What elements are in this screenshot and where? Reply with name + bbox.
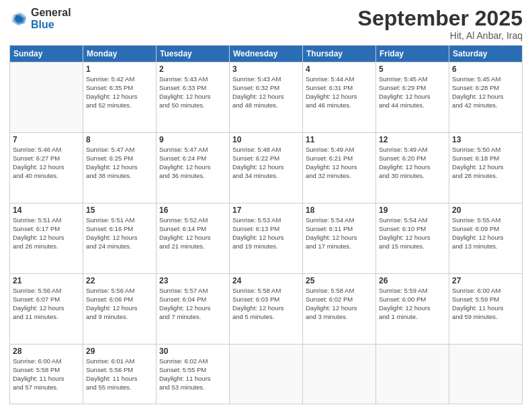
title-block: September 2025 Hit, Al Anbar, Iraq <box>358 7 523 41</box>
calendar-cell: 26Sunrise: 5:59 AM Sunset: 6:00 PM Dayli… <box>376 274 449 345</box>
day-number: 21 <box>13 276 80 285</box>
day-info: Sunrise: 5:50 AM Sunset: 6:18 PM Dayligh… <box>452 146 519 180</box>
calendar-cell: 22Sunrise: 5:56 AM Sunset: 6:06 PM Dayli… <box>83 274 157 345</box>
calendar-cell: 24Sunrise: 5:58 AM Sunset: 6:03 PM Dayli… <box>230 274 303 345</box>
day-number: 10 <box>232 135 300 144</box>
day-info: Sunrise: 5:57 AM Sunset: 6:04 PM Dayligh… <box>159 287 226 321</box>
logo-icon <box>9 9 28 28</box>
day-number: 29 <box>86 347 153 356</box>
day-number: 23 <box>159 276 226 285</box>
day-header-sunday: Sunday <box>10 46 83 62</box>
calendar-cell: 18Sunrise: 5:54 AM Sunset: 6:11 PM Dayli… <box>303 203 376 274</box>
day-number: 26 <box>379 276 446 285</box>
day-info: Sunrise: 5:47 AM Sunset: 6:24 PM Dayligh… <box>159 146 226 180</box>
calendar-cell: 15Sunrise: 5:51 AM Sunset: 6:16 PM Dayli… <box>83 203 157 274</box>
day-number: 30 <box>159 347 226 356</box>
calendar-cell: 7Sunrise: 5:46 AM Sunset: 6:27 PM Daylig… <box>10 133 83 203</box>
day-number: 15 <box>86 205 153 215</box>
calendar-header-row: SundayMondayTuesdayWednesdayThursdayFrid… <box>10 46 523 62</box>
day-info: Sunrise: 5:58 AM Sunset: 6:02 PM Dayligh… <box>306 287 373 321</box>
day-info: Sunrise: 6:00 AM Sunset: 5:58 PM Dayligh… <box>13 357 80 392</box>
calendar-cell: 25Sunrise: 5:58 AM Sunset: 6:02 PM Dayli… <box>303 274 376 345</box>
day-number: 17 <box>232 205 300 215</box>
day-info: Sunrise: 6:01 AM Sunset: 5:56 PM Dayligh… <box>86 357 153 392</box>
calendar-cell: 1Sunrise: 5:42 AM Sunset: 6:35 PM Daylig… <box>83 62 157 133</box>
day-number: 12 <box>379 135 446 144</box>
calendar-cell: 13Sunrise: 5:50 AM Sunset: 6:18 PM Dayli… <box>449 133 523 203</box>
calendar-cell <box>10 62 83 133</box>
day-number: 9 <box>159 135 226 144</box>
day-info: Sunrise: 5:54 AM Sunset: 6:10 PM Dayligh… <box>379 216 446 250</box>
day-header-friday: Friday <box>376 46 449 62</box>
calendar-week-4: 21Sunrise: 5:56 AM Sunset: 6:07 PM Dayli… <box>10 274 523 345</box>
day-number: 7 <box>13 135 80 144</box>
logo-general: General <box>31 7 71 19</box>
calendar-cell: 29Sunrise: 6:01 AM Sunset: 5:56 PM Dayli… <box>83 345 157 404</box>
calendar-cell: 11Sunrise: 5:49 AM Sunset: 6:21 PM Dayli… <box>303 133 376 203</box>
calendar-cell: 21Sunrise: 5:56 AM Sunset: 6:07 PM Dayli… <box>10 274 83 345</box>
day-info: Sunrise: 5:59 AM Sunset: 6:00 PM Dayligh… <box>379 287 446 321</box>
calendar-cell <box>449 345 523 404</box>
day-info: Sunrise: 5:45 AM Sunset: 6:29 PM Dayligh… <box>379 75 446 109</box>
day-number: 1 <box>86 64 153 74</box>
day-info: Sunrise: 5:54 AM Sunset: 6:11 PM Dayligh… <box>306 216 373 250</box>
day-info: Sunrise: 5:49 AM Sunset: 6:20 PM Dayligh… <box>379 146 446 180</box>
day-number: 19 <box>379 205 446 215</box>
logo-blue: Blue <box>31 19 71 31</box>
day-info: Sunrise: 5:56 AM Sunset: 6:07 PM Dayligh… <box>13 287 80 321</box>
calendar-cell: 27Sunrise: 6:00 AM Sunset: 5:59 PM Dayli… <box>449 274 523 345</box>
calendar-cell: 4Sunrise: 5:44 AM Sunset: 6:31 PM Daylig… <box>303 62 376 133</box>
day-number: 4 <box>306 64 373 74</box>
calendar-week-1: 1Sunrise: 5:42 AM Sunset: 6:35 PM Daylig… <box>10 62 523 133</box>
day-info: Sunrise: 5:58 AM Sunset: 6:03 PM Dayligh… <box>232 287 300 321</box>
day-number: 5 <box>379 64 446 74</box>
day-info: Sunrise: 5:51 AM Sunset: 6:17 PM Dayligh… <box>13 216 80 250</box>
calendar-cell: 5Sunrise: 5:45 AM Sunset: 6:29 PM Daylig… <box>376 62 449 133</box>
calendar-cell: 8Sunrise: 5:47 AM Sunset: 6:25 PM Daylig… <box>83 133 157 203</box>
day-header-thursday: Thursday <box>303 46 376 62</box>
location: Hit, Al Anbar, Iraq <box>358 30 523 41</box>
day-info: Sunrise: 5:43 AM Sunset: 6:32 PM Dayligh… <box>232 75 300 109</box>
day-info: Sunrise: 5:53 AM Sunset: 6:13 PM Dayligh… <box>232 216 300 250</box>
calendar-table: SundayMondayTuesdayWednesdayThursdayFrid… <box>9 45 523 404</box>
month-title: September 2025 <box>358 7 523 30</box>
day-info: Sunrise: 5:44 AM Sunset: 6:31 PM Dayligh… <box>306 75 373 109</box>
header: General Blue September 2025 Hit, Al Anba… <box>9 7 523 41</box>
day-number: 25 <box>306 276 373 285</box>
calendar-cell <box>303 345 376 404</box>
day-header-monday: Monday <box>83 46 157 62</box>
day-info: Sunrise: 5:51 AM Sunset: 6:16 PM Dayligh… <box>86 216 153 250</box>
day-info: Sunrise: 5:46 AM Sunset: 6:27 PM Dayligh… <box>13 146 80 180</box>
day-number: 8 <box>86 135 153 144</box>
calendar-cell: 28Sunrise: 6:00 AM Sunset: 5:58 PM Dayli… <box>10 345 83 404</box>
page: General Blue September 2025 Hit, Al Anba… <box>0 0 532 411</box>
calendar-week-2: 7Sunrise: 5:46 AM Sunset: 6:27 PM Daylig… <box>10 133 523 203</box>
day-number: 2 <box>159 64 226 74</box>
day-number: 3 <box>232 64 300 74</box>
day-header-wednesday: Wednesday <box>230 46 303 62</box>
day-info: Sunrise: 5:56 AM Sunset: 6:06 PM Dayligh… <box>86 287 153 321</box>
calendar-week-5: 28Sunrise: 6:00 AM Sunset: 5:58 PM Dayli… <box>10 345 523 404</box>
day-header-tuesday: Tuesday <box>157 46 230 62</box>
day-info: Sunrise: 5:52 AM Sunset: 6:14 PM Dayligh… <box>159 216 226 250</box>
day-info: Sunrise: 6:00 AM Sunset: 5:59 PM Dayligh… <box>452 287 519 321</box>
day-number: 18 <box>306 205 373 215</box>
day-number: 27 <box>452 276 519 285</box>
day-info: Sunrise: 6:02 AM Sunset: 5:55 PM Dayligh… <box>159 357 226 392</box>
day-number: 20 <box>452 205 519 215</box>
calendar-cell: 6Sunrise: 5:45 AM Sunset: 6:28 PM Daylig… <box>449 62 523 133</box>
day-number: 14 <box>13 205 80 215</box>
day-header-saturday: Saturday <box>449 46 523 62</box>
day-info: Sunrise: 5:45 AM Sunset: 6:28 PM Dayligh… <box>452 75 519 109</box>
day-info: Sunrise: 5:49 AM Sunset: 6:21 PM Dayligh… <box>306 146 373 180</box>
day-info: Sunrise: 5:48 AM Sunset: 6:22 PM Dayligh… <box>232 146 300 180</box>
calendar-cell: 19Sunrise: 5:54 AM Sunset: 6:10 PM Dayli… <box>376 203 449 274</box>
day-number: 13 <box>452 135 519 144</box>
calendar-cell: 2Sunrise: 5:43 AM Sunset: 6:33 PM Daylig… <box>157 62 230 133</box>
calendar-cell: 10Sunrise: 5:48 AM Sunset: 6:22 PM Dayli… <box>230 133 303 203</box>
day-info: Sunrise: 5:55 AM Sunset: 6:09 PM Dayligh… <box>452 216 519 250</box>
day-number: 28 <box>13 347 80 356</box>
day-number: 16 <box>159 205 226 215</box>
day-number: 24 <box>232 276 300 285</box>
calendar-cell: 16Sunrise: 5:52 AM Sunset: 6:14 PM Dayli… <box>157 203 230 274</box>
